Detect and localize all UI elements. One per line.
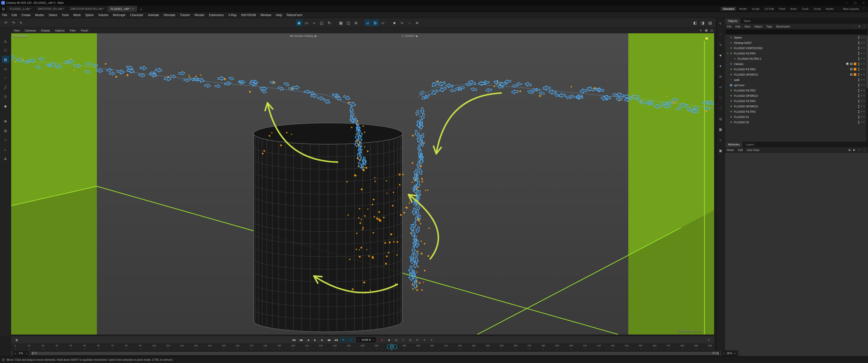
viewport-settings-icon[interactable]: ▾ bbox=[699, 28, 703, 33]
enabled-check-icon[interactable]: ✓ bbox=[861, 89, 863, 92]
viewport-menu-panel[interactable]: Panel bbox=[79, 28, 91, 33]
range-end-up-icon[interactable]: ▸ bbox=[734, 352, 737, 355]
render-visibility-dot[interactable] bbox=[858, 38, 860, 39]
object-row[interactable]: ▦apCover✓× bbox=[725, 82, 866, 88]
mograph-icon[interactable]: ∴ bbox=[406, 20, 413, 26]
render-visibility-dot[interactable] bbox=[858, 86, 860, 87]
loop-toggle[interactable]: ↻ bbox=[340, 337, 346, 342]
layout-track[interactable]: Track bbox=[799, 7, 811, 11]
timeline-menu-icon[interactable]: ▦ bbox=[13, 337, 20, 342]
render-setting-label[interactable]: My Render Setting ▣ bbox=[290, 35, 317, 38]
zoom-icon[interactable]: ◌ bbox=[717, 31, 724, 37]
render-visibility-dot[interactable] bbox=[858, 107, 860, 108]
object-row[interactable]: ∗FLUSSO SPORCO✓× bbox=[725, 93, 866, 98]
sound-toggle[interactable]: ♪ bbox=[347, 337, 353, 342]
disabled-cross-icon[interactable]: × bbox=[863, 89, 865, 92]
layout-sculpt[interactable]: Sculpt bbox=[749, 7, 762, 11]
editor-visibility-dot[interactable] bbox=[858, 89, 860, 90]
visibility-dots[interactable] bbox=[858, 100, 860, 103]
right-pane-icon[interactable]: ◨ bbox=[699, 20, 706, 26]
menu-file[interactable]: File bbox=[0, 12, 9, 18]
layout-model[interactable]: Model bbox=[737, 7, 749, 11]
timeline-options-icon[interactable]: ≡ bbox=[706, 337, 712, 342]
disabled-cross-icon[interactable]: × bbox=[863, 110, 865, 113]
document-tab-flusso-c4d[interactable]: FLUSSO_.c4d *× bbox=[107, 6, 137, 12]
key-parameter-toggle[interactable]: ≡ bbox=[422, 337, 427, 342]
disabled-cross-icon[interactable]: × bbox=[863, 100, 865, 102]
attr-next-icon[interactable]: ▶ bbox=[852, 148, 857, 152]
field-icon[interactable]: ◎ bbox=[717, 116, 724, 122]
menu-insydium[interactable]: INSYDIUM bbox=[239, 12, 258, 18]
move-tool-icon[interactable]: + bbox=[311, 20, 318, 26]
disabled-cross-icon[interactable]: × bbox=[863, 41, 865, 44]
layout-uv-edit[interactable]: UV Edit bbox=[762, 7, 776, 11]
plane-icon[interactable]: ▱ bbox=[717, 84, 724, 90]
document-tab-flusso-1-c4d[interactable]: FLUSSO_1.c4d * bbox=[7, 6, 34, 12]
document-tab-dirtstop-easy-r1-c4d[interactable]: DIRTSTOP-EASY-R1.c4d * bbox=[67, 6, 107, 12]
autokey-button[interactable]: ◎ bbox=[393, 337, 399, 342]
viewport-menu-filter[interactable]: Filter bbox=[67, 28, 78, 33]
redo-icon[interactable]: ↷ bbox=[10, 20, 17, 26]
object-row[interactable]: ∿Spline✓× bbox=[725, 35, 866, 40]
viewport-split-icon[interactable]: ◫ bbox=[710, 28, 714, 33]
disabled-cross-icon[interactable]: × bbox=[863, 78, 865, 81]
range-slider-bar[interactable] bbox=[32, 352, 719, 355]
workplane-icon[interactable]: ▱ bbox=[379, 20, 386, 26]
polygons-mode-icon[interactable]: ▽ bbox=[2, 93, 9, 101]
tab-close-icon[interactable]: × bbox=[132, 6, 134, 12]
range-start-down-icon[interactable]: ◂ bbox=[14, 352, 17, 355]
disabled-cross-icon[interactable]: × bbox=[863, 121, 865, 124]
disabled-cross-icon[interactable]: × bbox=[863, 46, 865, 50]
editor-visibility-dot[interactable] bbox=[858, 84, 860, 85]
visibility-dots[interactable] bbox=[858, 89, 860, 92]
object-row[interactable]: ∗FLUSSO SPORCO✓× bbox=[725, 72, 866, 77]
model-mode-icon[interactable]: □ bbox=[2, 46, 9, 54]
render-visibility-dot[interactable] bbox=[858, 80, 860, 81]
viewport-name-label[interactable]: Perspective bbox=[13, 35, 28, 38]
enabled-check-icon[interactable]: ✓ bbox=[861, 52, 863, 55]
layout-anim[interactable]: Anim bbox=[788, 7, 799, 11]
key-pla-toggle[interactable]: ∿ bbox=[429, 337, 434, 342]
enable-axis-icon[interactable]: ⊕ bbox=[2, 118, 9, 125]
play-button[interactable]: ▶ bbox=[312, 337, 318, 342]
object-row[interactable]: ∗FLUSSO VORTICOSO✓× bbox=[725, 45, 866, 51]
menu-animate[interactable]: Animate bbox=[146, 12, 161, 18]
workplane-mode-icon[interactable]: ▱ bbox=[2, 65, 9, 73]
enabled-check-icon[interactable]: ✓ bbox=[861, 36, 863, 39]
snap-icon[interactable]: ∩ bbox=[2, 136, 9, 144]
object-row[interactable]: ∗FLUSSO FILTRO✓× bbox=[725, 88, 866, 93]
viewport-solo-icon[interactable]: ◎ bbox=[2, 127, 9, 134]
menu-rebusfarm[interactable]: RebusFarm bbox=[284, 12, 305, 18]
object-manager-menu-object[interactable]: Object bbox=[752, 25, 764, 28]
render-visibility-dot[interactable] bbox=[858, 101, 860, 103]
range-start-field[interactable]: ◂0 S▸ bbox=[13, 351, 29, 356]
cube-icon[interactable]: ■ bbox=[717, 52, 724, 59]
editor-visibility-dot[interactable] bbox=[858, 78, 860, 80]
visibility-dots[interactable] bbox=[858, 94, 860, 97]
current-time-field[interactable]: ◂10.84 S▸ bbox=[356, 337, 376, 342]
goto-end-button[interactable]: ▶▮ bbox=[333, 337, 339, 342]
disabled-cross-icon[interactable]: × bbox=[863, 94, 865, 97]
enabled-check-icon[interactable]: ✓ bbox=[861, 94, 863, 97]
render-view-icon[interactable]: ▦ bbox=[338, 20, 344, 26]
object-row[interactable]: ⊙Cilindro✓× bbox=[725, 61, 866, 67]
render-visibility-dot[interactable] bbox=[858, 54, 860, 55]
disabled-cross-icon[interactable]: × bbox=[863, 52, 865, 55]
render-visibility-dot[interactable] bbox=[858, 112, 860, 113]
attr-options-icon[interactable]: ⋮ bbox=[862, 148, 867, 152]
enabled-check-icon[interactable]: ✓ bbox=[861, 84, 863, 87]
editor-visibility-dot[interactable] bbox=[858, 73, 860, 74]
visibility-dots[interactable] bbox=[858, 73, 860, 76]
checker-tag-icon[interactable] bbox=[849, 62, 853, 66]
checker-tag-icon[interactable] bbox=[849, 73, 853, 76]
render-settings-icon[interactable]: ⊛ bbox=[353, 20, 360, 26]
enabled-check-icon[interactable]: ✓ bbox=[861, 57, 863, 60]
render-region-icon[interactable]: ◫ bbox=[345, 20, 352, 26]
disabled-cross-icon[interactable]: × bbox=[863, 57, 865, 60]
maximize-button[interactable]: ▢ bbox=[851, 0, 860, 5]
disabled-cross-icon[interactable]: × bbox=[863, 68, 865, 71]
attr-lock-icon[interactable]: ▪ bbox=[857, 148, 862, 152]
viewport-maximize-icon[interactable]: ▣ bbox=[704, 28, 709, 33]
editor-visibility-dot[interactable] bbox=[858, 68, 860, 69]
record-button[interactable]: ● bbox=[379, 337, 385, 342]
